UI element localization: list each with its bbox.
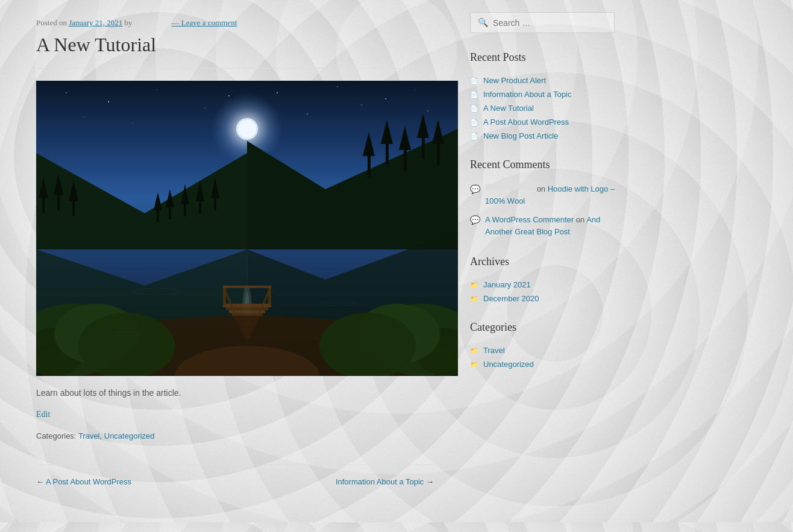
comment-icon-1: 💬 bbox=[470, 184, 480, 194]
search-widget[interactable]: 🔍 bbox=[470, 12, 615, 33]
list-item: A New Tutorial bbox=[470, 104, 615, 113]
category-link-1[interactable]: Travel bbox=[483, 346, 505, 355]
posted-on-label: Posted on bbox=[36, 18, 67, 27]
recent-post-link-5[interactable]: New Blog Post Article bbox=[483, 131, 558, 140]
list-item: A Post About WordPress bbox=[470, 117, 615, 127]
featured-image bbox=[36, 81, 458, 376]
category-link-2[interactable]: Uncategorized bbox=[483, 360, 534, 369]
recent-post-link-3[interactable]: A New Tutorial bbox=[483, 104, 534, 113]
night-scene-svg bbox=[36, 81, 458, 376]
svg-point-9 bbox=[416, 90, 416, 90]
svg-point-81 bbox=[319, 313, 416, 376]
recent-post-link-2[interactable]: Information About a Topic bbox=[483, 90, 571, 99]
next-post-link[interactable]: Information About a Topic bbox=[336, 477, 424, 486]
list-item: New Product Alert bbox=[470, 76, 615, 85]
commenter-link-2[interactable]: A WordPress Commenter bbox=[485, 215, 574, 224]
svg-point-12 bbox=[361, 104, 362, 105]
edit-link[interactable]: Edit bbox=[36, 410, 434, 419]
by-label: by bbox=[125, 18, 133, 27]
svg-point-17 bbox=[238, 120, 256, 138]
list-item: Information About a Topic bbox=[470, 90, 615, 99]
edit-anchor[interactable]: Edit bbox=[36, 410, 50, 419]
recent-post-link-4[interactable]: A Post About WordPress bbox=[483, 117, 569, 127]
leave-comment-link[interactable]: — Leave a comment bbox=[172, 18, 237, 27]
search-icon: 🔍 bbox=[478, 17, 488, 28]
recent-comments-widget: Recent Comments 💬 on Hoodie with Logo – … bbox=[470, 158, 615, 237]
list-item: Uncategorized bbox=[470, 360, 615, 369]
list-item: December 2020 bbox=[470, 294, 615, 303]
nav-prev[interactable]: A Post About WordPress bbox=[36, 477, 131, 486]
svg-rect-32 bbox=[422, 135, 425, 159]
on-label-1: on bbox=[537, 184, 548, 193]
post-date-link[interactable]: January 21, 2021 bbox=[69, 18, 122, 27]
svg-point-2 bbox=[108, 101, 109, 102]
recent-posts-title: Recent Posts bbox=[470, 51, 615, 64]
svg-point-3 bbox=[156, 89, 157, 90]
recent-post-link-1[interactable]: New Product Alert bbox=[483, 76, 546, 85]
svg-rect-34 bbox=[437, 141, 440, 165]
categories-title: Categories bbox=[470, 321, 615, 334]
comment-text-2: A WordPress Commenter on And Another Gre… bbox=[485, 214, 615, 237]
archive-link-2[interactable]: December 2020 bbox=[483, 294, 539, 303]
svg-point-14 bbox=[228, 95, 230, 96]
search-input[interactable] bbox=[493, 18, 607, 28]
on-label-2: on bbox=[576, 215, 586, 224]
categories-widget: Categories Travel Uncategorized bbox=[470, 321, 615, 369]
archive-link-1[interactable]: January 2021 bbox=[483, 280, 531, 289]
recent-posts-widget: Recent Posts New Product Alert Informati… bbox=[470, 51, 615, 140]
categories-label: Categories: bbox=[36, 431, 76, 440]
post-meta: Posted on January 21, 2021 by — Leave a … bbox=[36, 18, 434, 28]
post-divider bbox=[36, 68, 434, 69]
recent-posts-list: New Product Alert Information About a To… bbox=[470, 76, 615, 140]
post-categories: Categories: Travel, Uncategorized bbox=[36, 431, 434, 440]
post-excerpt: Learn about lots of things in the articl… bbox=[36, 388, 434, 398]
comment-item-2: 💬 A WordPress Commenter on And Another G… bbox=[470, 214, 615, 237]
featured-image-container bbox=[36, 81, 434, 376]
svg-point-1 bbox=[66, 92, 67, 93]
comment-item-1: 💬 on Hoodie with Logo – 100% Wool bbox=[470, 183, 615, 207]
svg-point-4 bbox=[204, 107, 205, 108]
list-item: Travel bbox=[470, 346, 615, 355]
svg-point-5 bbox=[277, 92, 278, 93]
post-navigation: A Post About WordPress Information About… bbox=[36, 465, 434, 498]
svg-point-10 bbox=[84, 116, 84, 117]
svg-point-6 bbox=[337, 86, 337, 87]
svg-point-13 bbox=[133, 123, 133, 124]
recent-comments-title: Recent Comments bbox=[470, 158, 615, 171]
svg-point-8 bbox=[427, 110, 428, 111]
nav-next[interactable]: Information About a Topic bbox=[336, 477, 434, 486]
svg-rect-26 bbox=[368, 153, 371, 177]
svg-rect-30 bbox=[404, 147, 407, 171]
comment-text-1: on Hoodie with Logo – 100% Wool bbox=[485, 183, 615, 207]
category-uncategorized[interactable]: Uncategorized bbox=[104, 431, 155, 440]
list-item: January 2021 bbox=[470, 280, 615, 289]
main-content: Posted on January 21, 2021 by — Leave a … bbox=[12, 0, 458, 522]
prev-post-link[interactable]: A Post About WordPress bbox=[46, 477, 131, 486]
archives-widget: Archives January 2021 December 2020 bbox=[470, 255, 615, 303]
post-title: A New Tutorial bbox=[36, 34, 434, 56]
categories-list: Travel Uncategorized bbox=[470, 346, 615, 369]
svg-point-7 bbox=[385, 98, 386, 99]
svg-rect-28 bbox=[386, 141, 389, 165]
list-item: New Blog Post Article bbox=[470, 131, 615, 140]
svg-point-11 bbox=[307, 113, 307, 114]
archives-list: January 2021 December 2020 bbox=[470, 280, 615, 303]
sidebar: 🔍 Recent Posts New Product Alert Informa… bbox=[458, 0, 627, 522]
svg-point-77 bbox=[78, 313, 175, 376]
comment-icon-2: 💬 bbox=[470, 215, 480, 225]
archives-title: Archives bbox=[470, 255, 615, 268]
category-travel[interactable]: Travel bbox=[78, 431, 100, 440]
commenter-redacted bbox=[485, 184, 533, 190]
